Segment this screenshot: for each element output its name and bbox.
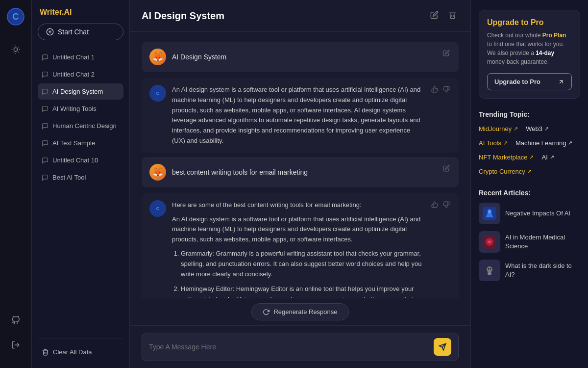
sidebar-item-label: Untitled Chat 2 (52, 71, 95, 78)
user-avatar: 🦊 (149, 164, 166, 181)
svg-point-30 (488, 268, 490, 270)
article-thumbnail (479, 260, 500, 281)
thumbs-up-button[interactable] (430, 200, 439, 210)
arrow-icon: ↗ (550, 154, 554, 160)
trending-tag-nft-marketplace[interactable]: NFT Marketplace ↗ (479, 153, 534, 162)
svg-point-2 (14, 48, 18, 52)
arrow-icon: ↗ (503, 140, 508, 146)
pro-plan-link[interactable]: Pro Plan (542, 32, 566, 39)
article-item-a2[interactable]: AI in Modern Medical Science (479, 231, 580, 253)
thumbs-down-button[interactable] (442, 200, 451, 210)
edit-chat-button[interactable] (428, 9, 441, 23)
sidebar-divider (38, 339, 123, 339)
ai-message-actions (430, 200, 451, 210)
list-item: Hemingway Editor: Hemingway Editor is an… (181, 284, 424, 298)
user-avatar: 🦊 (149, 49, 166, 65)
article-item-a1[interactable]: Negative Impacts Of AI (479, 203, 580, 224)
sidebar-item-label: Untitled Chat 10 (52, 157, 98, 164)
article-thumbnail (479, 203, 500, 224)
edit-message-button[interactable] (442, 49, 451, 59)
chat-header: AI Design System (130, 0, 470, 32)
article-title: What is the dark side to AI? (505, 262, 580, 279)
chat-header-actions (428, 9, 459, 23)
ai-message: C Here are some of the best content writ… (142, 193, 459, 298)
list-item: Grammarly: Grammarly is a powerful writi… (181, 249, 424, 279)
regen-bar: Regenerate Response (130, 298, 470, 325)
arrow-icon: ↗ (527, 168, 532, 175)
theme-toggle-button[interactable] (6, 40, 25, 59)
ai-body: An AI design system is a software tool o… (172, 214, 424, 245)
upgrade-title: Upgrade to Pro (487, 18, 572, 27)
trending-tag-crypto-currency[interactable]: Crypto Currency ↗ (479, 167, 532, 176)
ai-message-content: Here are some of the best content writin… (172, 200, 424, 298)
upgrade-box: Upgrade to Pro Check out our whole Pro P… (479, 10, 580, 99)
arrow-icon: ↗ (514, 126, 518, 132)
clear-all-button[interactable]: Clear All Data (38, 344, 123, 360)
trending-tag-ai[interactable]: AI ↗ (541, 153, 554, 162)
message-block-u1: 🦊 AI Design System (142, 42, 459, 72)
chat-messages: 🦊 AI Design System C An AI design system… (130, 32, 470, 298)
sidebar: Writer.AI Start Chat Untitled Chat 1Unti… (32, 0, 130, 368)
message-input[interactable] (149, 343, 434, 351)
arrow-icon: ↗ (529, 154, 534, 160)
arrow-icon: ↗ (544, 126, 549, 132)
message-block-a2: C Here are some of the best content writ… (142, 191, 459, 298)
sidebar-item-best-ai[interactable]: Best AI Tool (38, 169, 123, 185)
svg-line-5 (13, 47, 13, 47)
svg-line-6 (18, 52, 19, 53)
sidebar-item-ai-text[interactable]: AI Text Sample (38, 135, 123, 151)
ai-avatar: C (149, 85, 166, 102)
article-item-a3[interactable]: What is the dark side to AI? (479, 260, 580, 281)
input-row (142, 333, 459, 361)
ai-intro: Here are some of the best content writin… (172, 200, 424, 210)
user-message: 🦊 best content writing tools for email m… (142, 157, 459, 187)
sidebar-item-label: Best AI Tool (52, 174, 86, 181)
arrow-icon: ↗ (568, 140, 572, 146)
sidebar-item-human-centric[interactable]: Human Centric Design (38, 118, 123, 134)
trending-tag-midjourney[interactable]: MidJourney ↗ (479, 124, 518, 133)
sidebar-item-chat1[interactable]: Untitled Chat 1 (38, 49, 123, 65)
ai-message-content: An AI design system is a software tool o… (172, 85, 424, 146)
user-message-text: best content writing tools for email mar… (172, 168, 308, 176)
trending-tag-ai-tools[interactable]: AI Tools ↗ (479, 138, 508, 148)
article-thumbnail (479, 231, 500, 253)
svg-rect-29 (488, 272, 491, 275)
sidebar-item-label: Untitled Chat 1 (52, 53, 95, 61)
sidebar-item-chat10[interactable]: Untitled Chat 10 (38, 152, 123, 168)
main-chat: AI Design System 🦊 AI Design System (130, 0, 470, 368)
message-block-a1: C An AI design system is a software tool… (142, 76, 459, 153)
message-block-u2: 🦊 best content writing tools for email m… (142, 157, 459, 187)
sidebar-item-ai-writing[interactable]: AI Writing Tools (38, 101, 123, 117)
app-title: Writer.AI (38, 8, 123, 17)
delete-chat-button[interactable] (446, 9, 459, 23)
logout-icon-button[interactable] (6, 336, 25, 354)
svg-line-21 (560, 80, 563, 83)
svg-point-28 (487, 266, 492, 272)
article-title: Negative Impacts Of AI (505, 209, 570, 218)
github-icon-button[interactable] (6, 311, 25, 330)
sidebar-item-chat2[interactable]: Untitled Chat 2 (38, 66, 123, 82)
regenerate-button[interactable]: Regenerate Response (251, 303, 348, 320)
svg-point-31 (490, 268, 491, 270)
svg-line-9 (13, 52, 13, 53)
svg-text:C: C (13, 12, 19, 22)
article-title: AI in Modern Medical Science (505, 233, 580, 251)
send-button[interactable] (434, 338, 451, 356)
upgrade-description: Check out our whole Pro Plan to find one… (487, 31, 572, 66)
nav-list: Untitled Chat 1Untitled Chat 2AI Design … (38, 49, 123, 334)
ai-message-actions (430, 85, 451, 95)
svg-text:C: C (156, 91, 160, 96)
edit-message-button[interactable] (442, 164, 451, 174)
start-chat-button[interactable]: Start Chat (38, 24, 123, 40)
user-message: 🦊 AI Design System (142, 42, 459, 72)
trending-tag-web3[interactable]: Web3 ↗ (526, 124, 549, 133)
sidebar-item-label: AI Text Sample (52, 139, 95, 147)
app-logo[interactable]: C (7, 8, 24, 26)
sidebar-item-label: AI Writing Tools (52, 105, 97, 112)
thumbs-up-button[interactable] (430, 85, 439, 95)
trending-tag-machine-learning[interactable]: Machine Learning ↗ (515, 138, 572, 148)
sidebar-item-ai-design[interactable]: AI Design System (38, 83, 123, 100)
thumbs-down-button[interactable] (442, 85, 451, 95)
user-message-text: AI Design System (172, 53, 226, 61)
upgrade-to-pro-button[interactable]: Upgrade to Pro (487, 73, 572, 90)
